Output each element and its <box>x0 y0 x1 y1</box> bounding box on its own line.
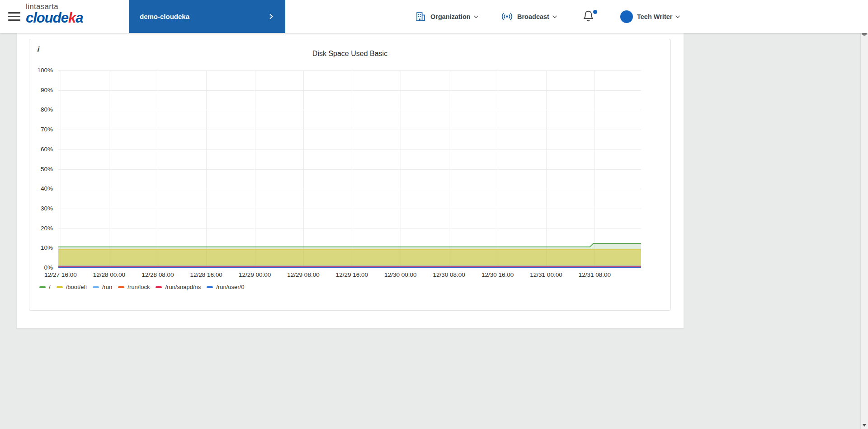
x-tick-label: 12/30 08:00 <box>433 271 465 278</box>
x-axis: 12/27 16:0012/28 00:0012/28 08:0012/28 1… <box>58 271 641 280</box>
legend-label: /run/user/0 <box>216 284 244 290</box>
legend-item-/run[interactable]: /run <box>93 284 112 290</box>
x-tick-label: 12/28 00:00 <box>93 271 125 278</box>
legend-item-/run/user/0[interactable]: /run/user/0 <box>207 284 244 290</box>
legend-item-/boot/efi[interactable]: /boot/efi <box>57 284 87 290</box>
chart-card: i Disk Space Used Basic 0%10%20%30%40%50… <box>29 39 671 311</box>
x-tick-label: 12/28 08:00 <box>142 271 174 278</box>
y-tick-label: 20% <box>29 225 53 232</box>
chart-title: Disk Space Used Basic <box>29 50 670 58</box>
notification-dot <box>593 10 597 14</box>
legend-swatch <box>93 286 99 288</box>
scrollbar[interactable] <box>860 0 868 429</box>
y-tick-label: 60% <box>29 146 53 153</box>
y-tick-label: 50% <box>29 166 53 173</box>
broadcast-menu[interactable]: Broadcast <box>501 0 558 33</box>
broadcast-label: Broadcast <box>517 13 549 20</box>
user-menu[interactable]: Tech Writer <box>620 0 681 33</box>
x-tick-label: 12/29 00:00 <box>239 271 271 278</box>
organization-menu[interactable]: Organization <box>415 0 479 33</box>
chart-legend: //boot/efi/run/run/lock/run/snapd/ns/run… <box>39 284 244 290</box>
y-tick-label: 40% <box>29 185 53 192</box>
y-tick-label: 70% <box>29 126 53 133</box>
legend-label: /boot/efi <box>66 284 87 290</box>
y-axis: 0%10%20%30%40%50%60%70%80%90%100% <box>29 70 53 268</box>
chevron-down-icon <box>473 14 479 20</box>
legend-item-/[interactable]: / <box>39 284 51 290</box>
scroll-down-arrow[interactable] <box>861 421 868 429</box>
series-area-/boot/efi <box>58 250 641 268</box>
project-name: demo-cloudeka <box>140 13 189 20</box>
legend-label: /run/snapd/ns <box>165 284 201 290</box>
brand-cloudeka: cloudeka <box>26 11 83 26</box>
legend-label: /run <box>102 284 112 290</box>
legend-swatch <box>156 286 162 288</box>
series-line-/ <box>58 243 641 247</box>
chevron-right-icon <box>268 13 274 20</box>
page: lintasarta cloudeka demo-cloudeka Organi… <box>0 0 868 429</box>
user-name: Tech Writer <box>637 13 672 20</box>
chart-svg <box>58 70 641 268</box>
y-tick-label: 0% <box>29 264 53 271</box>
organization-label: Organization <box>430 13 471 20</box>
app-header: lintasarta cloudeka demo-cloudeka Organi… <box>0 0 868 33</box>
menu-icon[interactable] <box>8 12 20 21</box>
project-selector-button[interactable]: demo-cloudeka <box>129 0 285 33</box>
y-tick-label: 100% <box>29 67 53 74</box>
x-tick-label: 12/31 08:00 <box>579 271 611 278</box>
legend-label: / <box>49 284 51 290</box>
legend-item-/run/lock[interactable]: /run/lock <box>118 284 150 290</box>
x-tick-label: 12/28 16:00 <box>190 271 222 278</box>
legend-item-/run/snapd/ns[interactable]: /run/snapd/ns <box>156 284 201 290</box>
x-tick-label: 12/27 16:00 <box>44 271 76 278</box>
chevron-down-icon <box>675 14 681 20</box>
legend-swatch <box>57 286 63 288</box>
legend-swatch <box>39 286 46 288</box>
y-tick-label: 80% <box>29 106 53 113</box>
organization-icon <box>415 11 426 22</box>
x-tick-label: 12/29 08:00 <box>287 271 319 278</box>
x-tick-label: 12/31 00:00 <box>530 271 562 278</box>
x-tick-label: 12/29 16:00 <box>336 271 368 278</box>
legend-label: /run/lock <box>127 284 150 290</box>
bell-icon <box>582 10 594 23</box>
legend-swatch <box>118 286 124 288</box>
broadcast-icon <box>501 11 513 22</box>
brand-k-red: k <box>68 10 75 26</box>
brand-logo[interactable]: lintasarta cloudeka <box>26 3 83 25</box>
y-tick-label: 90% <box>29 87 53 93</box>
y-tick-label: 30% <box>29 205 53 212</box>
legend-swatch <box>207 286 213 288</box>
content-panel: i Disk Space Used Basic 0%10%20%30%40%50… <box>17 33 684 328</box>
y-tick-label: 10% <box>29 244 53 251</box>
notifications-button[interactable] <box>582 10 599 23</box>
x-tick-label: 12/30 16:00 <box>481 271 514 278</box>
avatar <box>620 10 633 23</box>
x-tick-label: 12/30 00:00 <box>384 271 416 278</box>
chevron-down-icon <box>552 14 558 20</box>
chart-plot-area[interactable] <box>58 70 641 268</box>
